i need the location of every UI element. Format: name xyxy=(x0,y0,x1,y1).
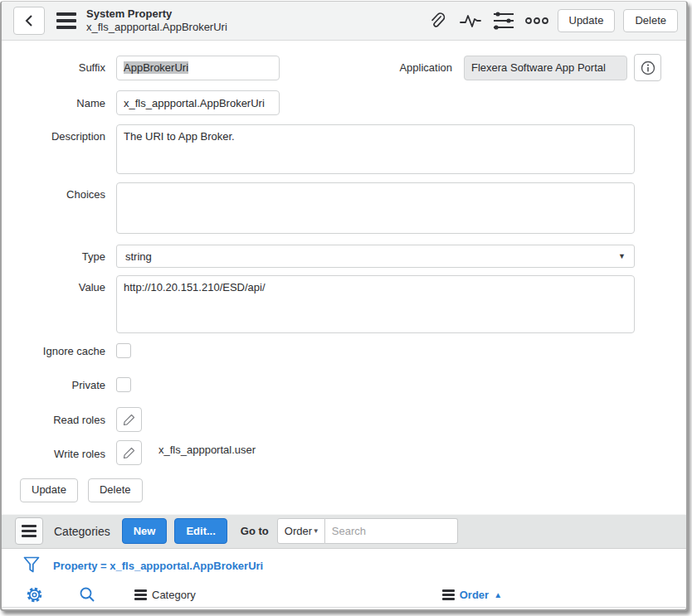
list-filter-row: Property = x_fls_appportal.AppBrokerUri xyxy=(2,549,686,583)
suffix-input[interactable]: AppBrokerUri xyxy=(116,56,280,80)
private-label: Private xyxy=(20,379,105,391)
write-roles-value: x_fls_appportal.user xyxy=(158,440,256,456)
gear-icon xyxy=(26,586,43,604)
sort-ascending-icon: ▲ xyxy=(494,590,502,599)
form-actions: Update Delete xyxy=(20,478,661,502)
form-context-menu-icon[interactable] xyxy=(56,12,76,29)
ignore-cache-label: Ignore cache xyxy=(20,345,105,357)
private-checkbox[interactable] xyxy=(116,377,131,392)
paperclip-icon xyxy=(428,12,446,30)
attachment-button[interactable] xyxy=(425,8,450,33)
suffix-selected-text: AppBrokerUri xyxy=(124,61,188,74)
application-label: Application xyxy=(399,61,452,74)
page-title: System Property xyxy=(86,7,227,21)
filter-breadcrumb-link[interactable]: Property = x_fls_appportal.AppBrokerUri xyxy=(53,560,263,572)
type-select[interactable]: string ▼ xyxy=(116,245,635,268)
read-roles-edit-button[interactable] xyxy=(116,407,142,432)
ignore-cache-checkbox[interactable] xyxy=(116,343,131,358)
pencil-icon xyxy=(123,414,135,426)
personalize-form-button[interactable] xyxy=(491,8,516,33)
header-actions: Update Delete xyxy=(425,8,679,33)
list-search-button[interactable] xyxy=(75,582,100,607)
info-icon xyxy=(641,61,655,75)
type-selected-value: string xyxy=(125,250,152,263)
edit-categories-button[interactable]: Edit... xyxy=(174,518,227,544)
header-update-button[interactable]: Update xyxy=(558,9,616,33)
column-header-order[interactable]: Order ▲ xyxy=(442,589,502,601)
column-menu-icon[interactable] xyxy=(442,589,455,600)
more-options-button[interactable] xyxy=(524,8,549,33)
select-dropdown-arrow-icon: ▼ xyxy=(618,252,626,260)
record-subtitle: x_fls_appportal.AppBrokerUri xyxy=(86,21,227,34)
value-label: Value xyxy=(20,275,105,293)
pencil-icon xyxy=(123,447,135,459)
name-label: Name xyxy=(20,97,105,109)
new-category-button[interactable]: New xyxy=(122,518,168,544)
categories-toolbar: Categories New Edit... Go to Order ▼ xyxy=(2,514,686,549)
form-update-button[interactable]: Update xyxy=(20,478,78,502)
application-info-button[interactable] xyxy=(634,54,661,81)
header-delete-button[interactable]: Delete xyxy=(623,9,678,33)
form-header: System Property x_fls_appportal.AppBroke… xyxy=(2,2,686,41)
pulse-icon xyxy=(460,12,481,30)
form-delete-button[interactable]: Delete xyxy=(88,478,143,502)
categories-search-input[interactable] xyxy=(325,518,458,544)
activity-stream-button[interactable] xyxy=(458,8,483,33)
goto-label: Go to xyxy=(241,525,269,537)
description-textarea[interactable]: The URI to App Broker. xyxy=(116,124,635,174)
application-input xyxy=(464,56,627,80)
suffix-label: Suffix xyxy=(20,61,105,74)
system-property-form: Suffix AppBrokerUri Application N xyxy=(2,41,686,502)
categories-list-menu-button[interactable] xyxy=(15,517,43,545)
column-label-order: Order xyxy=(460,589,489,601)
write-roles-label: Write roles xyxy=(20,440,105,460)
choices-textarea[interactable] xyxy=(116,182,635,234)
search-icon xyxy=(79,586,95,603)
system-property-window: System Property x_fls_appportal.AppBroke… xyxy=(0,1,688,611)
goto-dropdown-arrow-icon: ▼ xyxy=(313,527,319,535)
goto-selected-value: Order xyxy=(285,525,312,537)
write-roles-edit-button[interactable] xyxy=(116,440,142,465)
record-title: System Property x_fls_appportal.AppBroke… xyxy=(86,7,227,35)
choices-label: Choices xyxy=(20,182,105,201)
list-menu-icon xyxy=(22,525,37,537)
chevron-left-icon xyxy=(23,14,35,27)
description-label: Description xyxy=(20,124,105,143)
back-button[interactable] xyxy=(13,7,45,35)
filter-funnel-icon[interactable] xyxy=(23,556,40,575)
column-menu-icon[interactable] xyxy=(134,589,147,600)
list-personalize-button[interactable] xyxy=(22,582,46,607)
type-label: Type xyxy=(20,250,105,263)
goto-column-select[interactable]: Order ▼ xyxy=(277,518,325,544)
read-roles-label: Read roles xyxy=(20,414,105,426)
related-list-title: Categories xyxy=(54,525,110,538)
value-textarea[interactable]: http://10.20.151.210/ESD/api/ xyxy=(116,275,635,333)
name-input[interactable] xyxy=(116,90,280,115)
column-header-category[interactable]: Category xyxy=(134,589,196,601)
column-label-category: Category xyxy=(152,589,196,601)
ellipsis-icon xyxy=(525,17,548,25)
categories-list-header: Category Order ▲ xyxy=(2,583,686,608)
sliders-icon xyxy=(493,11,514,31)
